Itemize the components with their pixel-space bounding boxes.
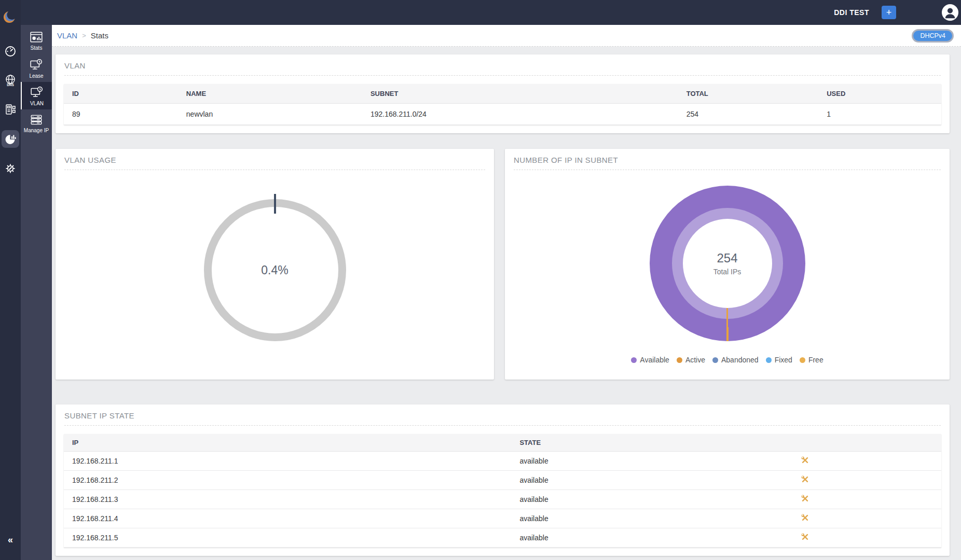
legend-item-free[interactable]: Free <box>800 356 823 364</box>
main-area: VLAN > Stats DHCPv4 VLAN ID NAME SUBNET … <box>52 25 961 560</box>
vlan-table-header-row: ID NAME SUBNET TOTAL USED <box>64 84 941 104</box>
subnet-ip-state-title: SUBNET IP STATE <box>56 404 950 425</box>
sidebar-item-vlan[interactable]: VLAN <box>21 82 52 109</box>
state-cell: available <box>511 509 801 528</box>
page-title: Stats <box>91 31 108 40</box>
usage-gauge-chart: 0.4% <box>204 199 346 341</box>
legend-label: Abandoned <box>721 356 759 364</box>
legend-dot <box>631 357 637 363</box>
dashboard-gauge-icon[interactable] <box>2 43 19 60</box>
subnet-ip-state-card: SUBNET IP STATE IP STATE 192.168.211. <box>56 404 950 556</box>
state-cell: available <box>511 490 801 509</box>
ip-donut-chart: 254 Total IPs <box>650 186 805 341</box>
legend-label: Fixed <box>775 356 792 364</box>
tools-icon[interactable] <box>801 535 809 543</box>
legend-label: Active <box>685 356 705 364</box>
vlan-id-cell: 89 <box>64 104 178 125</box>
ip-cell: 192.168.211.1 <box>64 452 511 471</box>
vlan-total-cell: 254 <box>678 104 819 125</box>
vlan-table: ID NAME SUBNET TOTAL USED 89 newvlan 192… <box>64 84 941 125</box>
table-row[interactable]: 192.168.211.4 available <box>64 509 941 528</box>
breadcrumb-parent-link[interactable]: VLAN <box>57 31 77 40</box>
breadcrumb-bar: VLAN > Stats DHCPv4 <box>52 25 961 47</box>
user-avatar[interactable] <box>942 4 958 21</box>
legend-item-available[interactable]: Available <box>631 356 669 364</box>
divider <box>514 170 941 170</box>
sidebar-item-label: Manage IP <box>24 128 49 133</box>
gauge-progress-tick <box>274 194 276 214</box>
tools-icon[interactable] <box>801 477 809 485</box>
column-header-subnet: SUBNET <box>362 84 678 104</box>
column-header-ip: IP <box>64 434 511 452</box>
vlan-used-cell: 1 <box>818 104 941 125</box>
sidebar-item-label: Lease <box>29 73 43 79</box>
table-row[interactable]: 192.168.211.5 available <box>64 528 941 548</box>
table-row[interactable]: 192.168.211.1 available <box>64 452 941 471</box>
subnet-ip-chart-card: NUMBER OF IP IN SUBNET 254 Total IPs Ava… <box>505 149 950 380</box>
legend-dot <box>766 357 772 363</box>
state-cell: available <box>511 471 801 490</box>
legend-label: Available <box>640 356 669 364</box>
divider <box>64 170 485 170</box>
legend-item-active[interactable]: Active <box>677 356 705 364</box>
state-cell: available <box>511 452 801 471</box>
vlan-card-title: VLAN <box>56 54 950 75</box>
settings-gear-icon[interactable] <box>2 160 19 177</box>
sidebar-item-label: VLAN <box>30 101 44 106</box>
monitor-clock-icon <box>30 58 43 72</box>
vlan-usage-title: VLAN USAGE <box>56 149 494 170</box>
vlan-name-cell: newvlan <box>178 104 362 125</box>
server-stack-icon <box>30 114 43 126</box>
brand-logo-icon <box>3 8 18 27</box>
plus-icon: + <box>886 7 892 18</box>
total-ips-label: Total IPs <box>713 268 742 276</box>
stats-window-icon <box>30 31 43 44</box>
ip-cell: 192.168.211.4 <box>64 509 511 528</box>
column-header-actions <box>801 434 941 452</box>
icon-rail: DNS <box>0 0 21 560</box>
dns-globe-icon[interactable]: DNS <box>2 72 19 89</box>
svg-text:DNS: DNS <box>7 83 14 87</box>
ip-cell: 192.168.211.2 <box>64 471 511 490</box>
sidebar-collapse-button[interactable]: « <box>0 535 21 545</box>
org-name-label: DDI TEST <box>834 8 869 17</box>
person-icon <box>942 5 958 20</box>
stats-pie-icon[interactable] <box>2 130 19 148</box>
legend-label: Free <box>808 356 823 364</box>
vlan-card: VLAN ID NAME SUBNET TOTAL USED <box>56 54 950 133</box>
vlan-usage-card: VLAN USAGE 0.4% <box>56 149 494 380</box>
add-button[interactable]: + <box>882 6 896 19</box>
state-cell: available <box>511 528 801 548</box>
donut-legend: Available Active Abandoned Fixed <box>505 356 950 364</box>
column-header-id: ID <box>64 84 178 104</box>
ip-state-table: IP STATE 192.168.211.1 available 192.168 <box>64 434 941 548</box>
ip-cell: 192.168.211.5 <box>64 528 511 548</box>
legend-dot <box>677 357 682 363</box>
legend-item-fixed[interactable]: Fixed <box>766 356 792 364</box>
legend-item-abandoned[interactable]: Abandoned <box>712 356 759 364</box>
usage-percent-value: 0.4% <box>261 263 288 277</box>
column-header-used: USED <box>818 84 941 104</box>
module-sidebar: Stats Lease VLAN <box>21 25 52 560</box>
ip-cell: 192.168.211.3 <box>64 490 511 509</box>
subnet-chart-title: NUMBER OF IP IN SUBNET <box>505 149 950 170</box>
ipam-rack-icon[interactable] <box>2 101 19 118</box>
tools-icon[interactable] <box>801 496 809 505</box>
breadcrumb: VLAN > Stats <box>57 31 108 40</box>
table-row[interactable]: 192.168.211.2 available <box>64 471 941 490</box>
tools-icon[interactable] <box>801 515 809 524</box>
table-row[interactable]: 192.168.211.3 available <box>64 490 941 509</box>
sidebar-item-lease[interactable]: Lease <box>21 54 52 82</box>
column-header-name: NAME <box>178 84 362 104</box>
column-header-state: STATE <box>511 434 801 452</box>
vlan-subnet-cell: 192.168.211.0/24 <box>362 104 678 125</box>
table-row[interactable]: 89 newvlan 192.168.211.0/24 254 1 <box>64 104 941 125</box>
sidebar-item-manage-ip[interactable]: Manage IP <box>21 109 52 137</box>
sidebar-item-stats[interactable]: Stats <box>21 27 52 54</box>
column-header-total: TOTAL <box>678 84 819 104</box>
legend-dot <box>800 357 805 363</box>
content: VLAN ID NAME SUBNET TOTAL USED <box>52 47 961 556</box>
protocol-badge[interactable]: DHCPv4 <box>912 29 954 43</box>
top-bar: DDI TEST + <box>21 0 961 25</box>
tools-icon[interactable] <box>801 458 809 466</box>
